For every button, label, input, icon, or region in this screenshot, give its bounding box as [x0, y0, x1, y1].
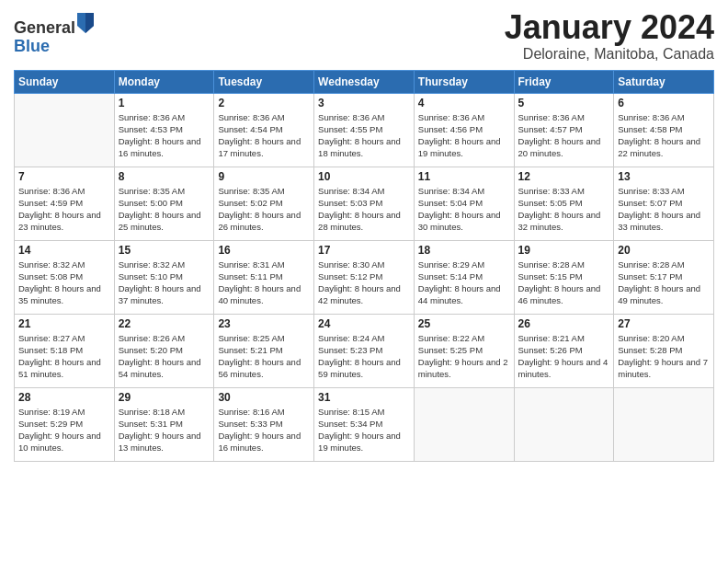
day-info: Sunrise: 8:36 AM Sunset: 4:53 PM Dayligh… [119, 111, 210, 160]
logo-general: General [14, 18, 75, 37]
day-number: 25 [418, 317, 510, 330]
location-title: Deloraine, Manitoba, Canada [505, 46, 714, 63]
calendar-cell: 9Sunrise: 8:35 AM Sunset: 5:02 PM Daylig… [214, 167, 314, 240]
weekday-header-thursday: Thursday [414, 70, 514, 93]
calendar-cell: 11Sunrise: 8:34 AM Sunset: 5:04 PM Dayli… [414, 167, 514, 240]
week-row-4: 21Sunrise: 8:27 AM Sunset: 5:18 PM Dayli… [15, 314, 714, 387]
day-number: 20 [618, 244, 710, 257]
calendar-cell: 28Sunrise: 8:19 AM Sunset: 5:29 PM Dayli… [15, 387, 115, 461]
day-number: 3 [318, 97, 410, 109]
weekday-header-tuesday: Tuesday [214, 70, 314, 93]
weekday-header-row: SundayMondayTuesdayWednesdayThursdayFrid… [15, 70, 714, 93]
calendar-cell: 10Sunrise: 8:34 AM Sunset: 5:03 PM Dayli… [314, 167, 415, 240]
calendar-cell: 25Sunrise: 8:22 AM Sunset: 5:25 PM Dayli… [414, 314, 514, 387]
day-info: Sunrise: 8:28 AM Sunset: 5:15 PM Dayligh… [518, 259, 610, 307]
day-number: 12 [518, 170, 610, 183]
day-info: Sunrise: 8:27 AM Sunset: 5:18 PM Dayligh… [18, 332, 110, 381]
day-number: 21 [18, 317, 110, 330]
day-number: 7 [18, 170, 110, 183]
day-number: 1 [119, 97, 210, 109]
calendar-cell: 27Sunrise: 8:20 AM Sunset: 5:28 PM Dayli… [614, 314, 714, 387]
day-info: Sunrise: 8:32 AM Sunset: 5:08 PM Dayligh… [18, 259, 110, 307]
day-info: Sunrise: 8:36 AM Sunset: 4:55 PM Dayligh… [318, 111, 410, 160]
week-row-2: 7Sunrise: 8:36 AM Sunset: 4:59 PM Daylig… [15, 167, 714, 240]
day-info: Sunrise: 8:31 AM Sunset: 5:11 PM Dayligh… [218, 259, 310, 307]
calendar-cell: 22Sunrise: 8:26 AM Sunset: 5:20 PM Dayli… [114, 314, 214, 387]
day-info: Sunrise: 8:22 AM Sunset: 5:25 PM Dayligh… [418, 332, 510, 381]
day-number: 10 [318, 170, 410, 183]
day-number: 8 [119, 170, 210, 183]
calendar-cell: 21Sunrise: 8:27 AM Sunset: 5:18 PM Dayli… [15, 314, 115, 387]
calendar-cell [514, 387, 614, 461]
day-info: Sunrise: 8:35 AM Sunset: 5:02 PM Dayligh… [218, 185, 310, 234]
calendar-cell: 13Sunrise: 8:33 AM Sunset: 5:07 PM Dayli… [614, 167, 714, 240]
day-number: 28 [18, 391, 110, 404]
calendar-cell: 4Sunrise: 8:36 AM Sunset: 4:56 PM Daylig… [414, 93, 514, 167]
day-number: 24 [318, 317, 410, 330]
svg-marker-1 [85, 13, 94, 33]
calendar-cell: 8Sunrise: 8:35 AM Sunset: 5:00 PM Daylig… [114, 167, 214, 240]
day-number: 2 [218, 97, 310, 109]
calendar-cell: 1Sunrise: 8:36 AM Sunset: 4:53 PM Daylig… [114, 93, 214, 167]
calendar-cell: 18Sunrise: 8:29 AM Sunset: 5:14 PM Dayli… [414, 240, 514, 314]
day-number: 23 [218, 317, 310, 330]
day-info: Sunrise: 8:30 AM Sunset: 5:12 PM Dayligh… [318, 259, 410, 307]
title-block: January 2024 Deloraine, Manitoba, Canada [505, 9, 714, 63]
day-number: 9 [218, 170, 310, 183]
day-number: 14 [18, 244, 110, 257]
day-info: Sunrise: 8:15 AM Sunset: 5:34 PM Dayligh… [318, 406, 410, 454]
month-title: January 2024 [505, 9, 714, 46]
day-number: 5 [518, 97, 610, 109]
calendar-cell: 14Sunrise: 8:32 AM Sunset: 5:08 PM Dayli… [15, 240, 115, 314]
calendar-cell: 15Sunrise: 8:32 AM Sunset: 5:10 PM Dayli… [114, 240, 214, 314]
day-info: Sunrise: 8:20 AM Sunset: 5:28 PM Dayligh… [618, 332, 710, 381]
weekday-header-monday: Monday [114, 70, 214, 93]
calendar-cell: 7Sunrise: 8:36 AM Sunset: 4:59 PM Daylig… [15, 167, 115, 240]
calendar-cell: 16Sunrise: 8:31 AM Sunset: 5:11 PM Dayli… [214, 240, 314, 314]
day-info: Sunrise: 8:24 AM Sunset: 5:23 PM Dayligh… [318, 332, 410, 381]
weekday-header-friday: Friday [514, 70, 614, 93]
day-info: Sunrise: 8:29 AM Sunset: 5:14 PM Dayligh… [418, 259, 510, 307]
week-row-5: 28Sunrise: 8:19 AM Sunset: 5:29 PM Dayli… [15, 387, 714, 461]
calendar-cell: 3Sunrise: 8:36 AM Sunset: 4:55 PM Daylig… [314, 93, 415, 167]
calendar-cell: 17Sunrise: 8:30 AM Sunset: 5:12 PM Dayli… [314, 240, 415, 314]
weekday-header-sunday: Sunday [15, 70, 115, 93]
day-number: 13 [618, 170, 710, 183]
day-number: 27 [618, 317, 710, 330]
calendar-cell: 30Sunrise: 8:16 AM Sunset: 5:33 PM Dayli… [214, 387, 314, 461]
day-info: Sunrise: 8:19 AM Sunset: 5:29 PM Dayligh… [18, 406, 110, 454]
calendar-cell: 29Sunrise: 8:18 AM Sunset: 5:31 PM Dayli… [114, 387, 214, 461]
calendar-page: General Blue January 2024 Deloraine, Man… [0, 0, 728, 563]
calendar-cell: 12Sunrise: 8:33 AM Sunset: 5:05 PM Dayli… [514, 167, 614, 240]
calendar-cell [614, 387, 714, 461]
day-info: Sunrise: 8:25 AM Sunset: 5:21 PM Dayligh… [218, 332, 310, 381]
calendar-cell: 2Sunrise: 8:36 AM Sunset: 4:54 PM Daylig… [214, 93, 314, 167]
calendar-cell: 23Sunrise: 8:25 AM Sunset: 5:21 PM Dayli… [214, 314, 314, 387]
day-number: 30 [218, 391, 310, 404]
day-number: 17 [318, 244, 410, 257]
day-number: 16 [218, 244, 310, 257]
day-number: 26 [518, 317, 610, 330]
day-info: Sunrise: 8:33 AM Sunset: 5:07 PM Dayligh… [618, 185, 710, 234]
day-number: 29 [119, 391, 210, 404]
calendar-table: SundayMondayTuesdayWednesdayThursdayFrid… [14, 70, 714, 462]
day-number: 6 [618, 97, 710, 109]
day-info: Sunrise: 8:18 AM Sunset: 5:31 PM Dayligh… [119, 406, 210, 454]
week-row-1: 1Sunrise: 8:36 AM Sunset: 4:53 PM Daylig… [15, 93, 714, 167]
day-info: Sunrise: 8:36 AM Sunset: 4:58 PM Dayligh… [618, 111, 710, 160]
day-info: Sunrise: 8:28 AM Sunset: 5:17 PM Dayligh… [618, 259, 710, 307]
day-info: Sunrise: 8:34 AM Sunset: 5:04 PM Dayligh… [418, 185, 510, 234]
week-row-3: 14Sunrise: 8:32 AM Sunset: 5:08 PM Dayli… [15, 240, 714, 314]
calendar-cell [15, 93, 115, 167]
day-info: Sunrise: 8:36 AM Sunset: 4:54 PM Dayligh… [218, 111, 310, 160]
calendar-cell: 26Sunrise: 8:21 AM Sunset: 5:26 PM Dayli… [514, 314, 614, 387]
day-info: Sunrise: 8:33 AM Sunset: 5:05 PM Dayligh… [518, 185, 610, 234]
day-info: Sunrise: 8:36 AM Sunset: 4:57 PM Dayligh… [518, 111, 610, 160]
logo-blue: Blue [14, 37, 50, 55]
day-info: Sunrise: 8:16 AM Sunset: 5:33 PM Dayligh… [218, 406, 310, 454]
calendar-cell [414, 387, 514, 461]
day-number: 22 [119, 317, 210, 330]
weekday-header-saturday: Saturday [614, 70, 714, 93]
calendar-cell: 20Sunrise: 8:28 AM Sunset: 5:17 PM Dayli… [614, 240, 714, 314]
logo-icon [77, 13, 94, 33]
